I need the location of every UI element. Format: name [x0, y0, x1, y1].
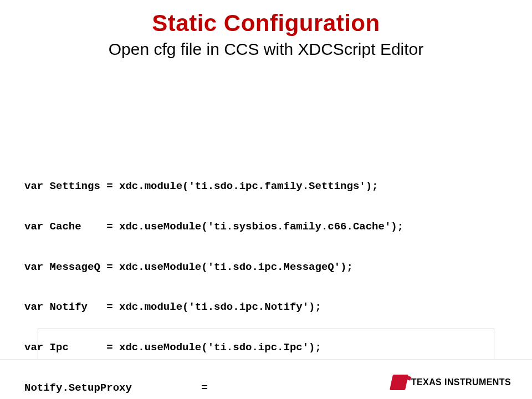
code-line: var MessageQ = xdc.useModule('ti.sdo.ipc… — [24, 260, 403, 274]
ti-logo-icon — [390, 375, 408, 390]
ti-logo-text: TEXAS INSTRUMENTS — [411, 377, 511, 387]
slide: Static Configuration Open cfg file in CC… — [0, 0, 532, 399]
code-line: var Cache = xdc.useModule('ti.sysbios.fa… — [24, 220, 403, 233]
code-line: var Settings = xdc.module('ti.sdo.ipc.fa… — [24, 180, 403, 193]
ti-logo: TEXAS INSTRUMENTS — [391, 375, 511, 390]
footer-divider — [0, 360, 532, 360]
slide-title: Static Configuration — [0, 0, 532, 37]
code-line: Notify.SetupProxy = — [24, 381, 403, 395]
footer-frame — [38, 329, 494, 359]
code-line: var Notify = xdc.module('ti.sdo.ipc.Noti… — [24, 300, 403, 314]
code-block: var Settings = xdc.module('ti.sdo.ipc.fa… — [24, 152, 403, 399]
slide-subtitle: Open cfg file in CCS with XDCScript Edit… — [0, 40, 532, 59]
